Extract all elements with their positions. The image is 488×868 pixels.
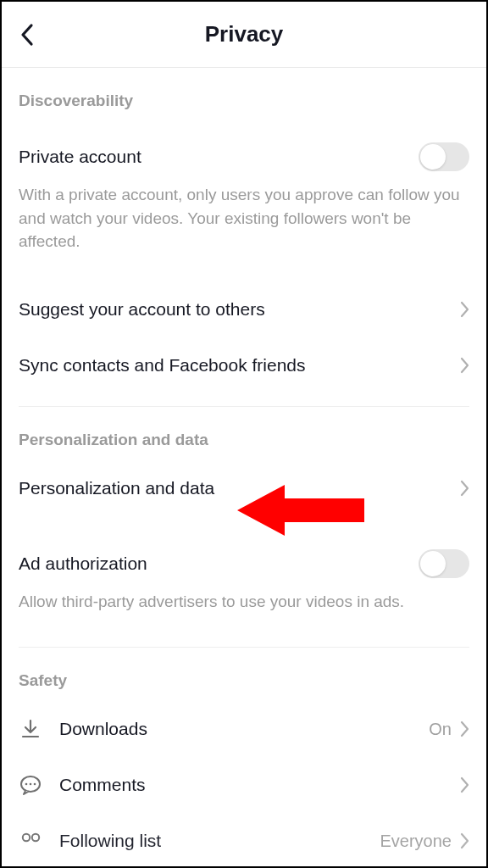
ad-authorization-description: Allow third-party advertisers to use you… — [2, 590, 486, 632]
chevron-right-icon — [460, 357, 469, 374]
downloads-label: Downloads — [59, 719, 147, 739]
comments-row[interactable]: Comments — [2, 760, 486, 810]
ad-authorization-row[interactable]: Ad authorization — [2, 537, 486, 590]
private-account-toggle[interactable] — [419, 142, 469, 171]
following-list-row[interactable]: Following list Everyone — [2, 815, 486, 866]
private-account-description: With a private account, only users you a… — [2, 183, 486, 272]
following-list-label: Following list — [59, 831, 161, 851]
svg-point-5 — [32, 834, 39, 841]
ad-authorization-label: Ad authorization — [19, 554, 147, 574]
following-list-icon — [19, 832, 42, 849]
svg-point-1 — [25, 783, 28, 786]
section-header-safety: Safety — [2, 654, 486, 704]
suggest-account-row[interactable]: Suggest your account to others — [2, 284, 486, 335]
back-button[interactable] — [20, 23, 34, 47]
comment-icon — [19, 774, 42, 796]
suggest-account-label: Suggest your account to others — [19, 299, 265, 320]
following-list-value: Everyone — [380, 832, 452, 851]
svg-point-2 — [30, 783, 32, 786]
page-title: Privacy — [205, 21, 284, 47]
chevron-right-icon — [460, 832, 469, 849]
downloads-row[interactable]: Downloads On — [2, 704, 486, 754]
section-header-discoverability: Discoverability — [2, 68, 486, 131]
download-icon — [19, 718, 42, 740]
personalization-data-label: Personalization and data — [19, 478, 214, 498]
comments-label: Comments — [59, 775, 146, 795]
section-header-personalization: Personalization and data — [2, 414, 486, 463]
chevron-right-icon — [460, 480, 469, 497]
chevron-left-icon — [20, 23, 34, 47]
sync-contacts-row[interactable]: Sync contacts and Facebook friends — [2, 340, 486, 391]
chevron-right-icon — [460, 721, 469, 737]
chevron-right-icon — [460, 776, 469, 793]
downloads-value: On — [429, 720, 452, 739]
chevron-right-icon — [460, 301, 469, 318]
svg-point-3 — [34, 783, 36, 786]
svg-point-4 — [23, 834, 30, 841]
sync-contacts-label: Sync contacts and Facebook friends — [19, 355, 306, 376]
personalization-data-row[interactable]: Personalization and data — [2, 463, 486, 514]
private-account-label: Private account — [19, 147, 141, 167]
ad-authorization-toggle[interactable] — [419, 549, 469, 578]
private-account-row[interactable]: Private account — [2, 131, 486, 183]
